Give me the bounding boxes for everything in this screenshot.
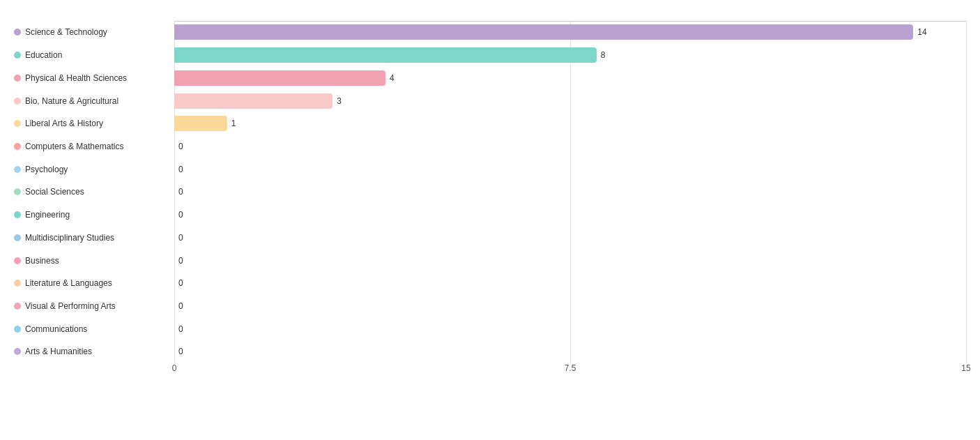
bar-value-label: 0 [178,256,183,266]
bar-value-label: 0 [178,324,183,334]
bar-label: Liberal Arts & History [14,119,174,128]
bar-dot [14,326,21,333]
bar-row: Psychology0 [14,158,966,181]
bar-track: 0 [174,344,966,359]
bar-label: Literature & Languages [14,278,174,288]
bar-value-label: 0 [178,347,183,356]
bar-row: Visual & Performing Arts0 [14,295,966,317]
bar-value-label: 0 [178,278,183,288]
bar-fill [174,70,385,86]
bar-label-text: Psychology [25,165,68,174]
x-axis-label: 7.5 [565,363,576,373]
bar-label-text: Literature & Languages [25,278,112,288]
x-axis-label: 15 [961,363,970,373]
bar-row: Science & Technology14 [14,21,966,43]
bar-label-text: Science & Technology [25,27,107,37]
bar-label: Science & Technology [14,27,174,37]
bar-row: Bio, Nature & Agricultural3 [14,90,966,112]
bar-dot [14,29,21,36]
bar-row: Engineering0 [14,204,966,226]
bar-label-text: Business [25,256,59,266]
bar-dot [14,303,21,310]
bar-fill [174,93,332,109]
bar-dot [14,188,21,195]
bar-row: Computers & Mathematics0 [14,135,966,158]
bar-track: 8 [174,47,966,63]
bar-label: Physical & Health Sciences [14,73,174,83]
bar-track: 0 [174,253,966,268]
bar-dot [14,52,21,59]
bar-label-text: Visual & Performing Arts [25,301,116,311]
bar-value-label: 14 [917,27,926,37]
bar-track: 1 [174,116,966,131]
bar-label: Education [14,50,174,60]
bar-dot [14,75,21,82]
bar-label: Computers & Mathematics [14,142,174,151]
bar-track: 0 [174,321,966,337]
bar-value-label: 0 [178,142,183,151]
bar-track: 0 [174,207,966,222]
bar-label-text: Physical & Health Sciences [25,73,127,83]
x-axis-label: 0 [172,363,177,373]
bar-track: 4 [174,70,966,86]
bar-label: Bio, Nature & Agricultural [14,96,174,106]
bar-dot [14,211,21,218]
bar-dot [14,348,21,355]
bar-label: Visual & Performing Arts [14,301,174,311]
bar-value-label: 1 [231,119,236,128]
bar-value-label: 0 [178,233,183,243]
bar-track: 0 [174,162,966,177]
bar-dot [14,143,21,150]
bars-container: Science & Technology14Education8Physical… [14,21,966,363]
bar-track: 0 [174,275,966,291]
bar-label-text: Education [25,50,62,60]
grid-line [966,21,967,363]
bar-label: Engineering [14,210,174,220]
bar-fill [174,116,227,131]
bar-label-text: Liberal Arts & History [25,119,103,128]
x-axis: 07.515 [174,363,966,384]
bar-label: Arts & Humanities [14,347,174,356]
bar-fill [174,47,597,63]
bar-dot [14,120,21,127]
bar-track: 0 [174,298,966,314]
bar-row: Multidisciplinary Studies0 [14,227,966,249]
bar-dot [14,166,21,173]
bar-dot [14,257,21,264]
bar-label: Multidisciplinary Studies [14,233,174,243]
bar-value-label: 0 [178,210,183,220]
bar-fill [174,24,913,40]
bar-row: Physical & Health Sciences4 [14,67,966,89]
bar-track: 0 [174,184,966,199]
bar-label-text: Multidisciplinary Studies [25,233,114,243]
bar-label-text: Social Sciences [25,187,84,197]
bar-row: Communications0 [14,318,966,340]
bar-label-text: Arts & Humanities [25,347,92,356]
bar-label: Communications [14,324,174,334]
chart-container: Science & Technology14Education8Physical… [0,0,980,440]
bar-label-text: Bio, Nature & Agricultural [25,96,118,106]
bar-dot [14,234,21,241]
bar-row: Arts & Humanities0 [14,340,966,363]
bar-label-text: Communications [25,324,87,334]
chart-area: Science & Technology14Education8Physical… [14,21,966,384]
bar-label: Psychology [14,165,174,174]
bar-row: Liberal Arts & History1 [14,112,966,135]
bar-value-label: 0 [178,301,183,311]
bar-dot [14,98,21,105]
bar-dot [14,280,21,287]
bar-row: Literature & Languages0 [14,272,966,294]
bar-track: 0 [174,139,966,154]
bar-label: Business [14,256,174,266]
bar-value-label: 3 [337,96,342,106]
bar-track: 0 [174,230,966,245]
bar-value-label: 8 [601,50,606,60]
bar-label-text: Engineering [25,210,70,220]
bar-value-label: 0 [178,165,183,174]
bar-row: Business0 [14,250,966,272]
bar-value-label: 4 [390,73,395,83]
bar-label: Social Sciences [14,187,174,197]
bar-track: 3 [174,93,966,109]
bar-track: 14 [174,24,966,40]
bar-row: Social Sciences0 [14,181,966,203]
